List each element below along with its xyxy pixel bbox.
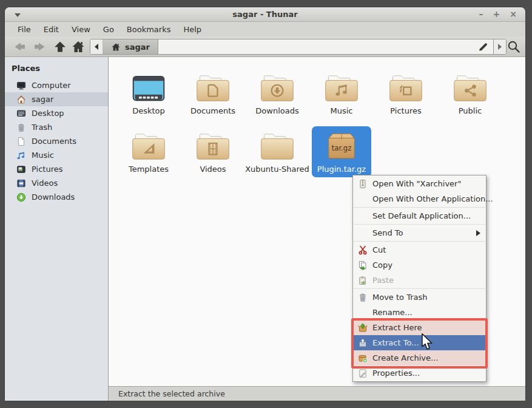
edit-path-button[interactable]: [473, 39, 493, 54]
menubar: File Edit View Go Bookmarks Help: [5, 22, 525, 36]
path-scroll-right-button[interactable]: [493, 39, 506, 54]
titlebar[interactable]: sagar - Thunar – + ×: [5, 7, 525, 22]
context-menu: Open With "Xarchiver" Open With Other Ap…: [352, 175, 487, 382]
path-empty-area[interactable]: [158, 39, 473, 54]
menu-item-paste[interactable]: Paste: [353, 273, 486, 288]
extract-to-icon: [357, 338, 368, 348]
sidebar-item-documents[interactable]: Documents: [5, 134, 108, 148]
archive-app-icon: [357, 179, 368, 189]
places-header: Places: [5, 63, 108, 78]
menu-item-set-default-application[interactable]: Set Default Application...: [353, 208, 486, 223]
sidebar-item-label: Pictures: [32, 165, 62, 174]
menu-item-move-to-trash[interactable]: Move to Trash: [353, 290, 486, 305]
statusbar: Extract the selected archive: [109, 386, 525, 401]
plain-folder-icon: [258, 129, 296, 161]
menu-separator: [354, 241, 485, 242]
copy-icon: [357, 260, 368, 270]
back-button[interactable]: [12, 39, 28, 54]
documents-folder-icon: [194, 71, 232, 103]
menu-view[interactable]: View: [72, 25, 90, 34]
desktop-icon: [16, 108, 26, 118]
sidebar-item-pictures[interactable]: Pictures: [5, 162, 108, 176]
up-button[interactable]: [52, 39, 68, 54]
file-item-desktop[interactable]: Desktop: [116, 68, 181, 119]
file-item-public[interactable]: Public: [438, 68, 502, 119]
menu-separator: [354, 224, 485, 225]
menu-item-rename[interactable]: Rename...: [353, 305, 486, 320]
menu-item-create-archive[interactable]: Create Archive...: [353, 350, 486, 365]
sidebar-item-label: Computer: [32, 81, 71, 90]
pictures-icon: [16, 164, 26, 174]
forward-button[interactable]: [32, 39, 47, 54]
music-folder-icon: [323, 71, 360, 103]
chevron-right-icon: [497, 43, 503, 50]
search-button[interactable]: [506, 39, 522, 54]
sidebar-item-computer[interactable]: Computer: [5, 78, 108, 92]
sidebar-item-label: Documents: [32, 137, 76, 146]
mouse-cursor: [420, 333, 434, 350]
sidebar-item-videos[interactable]: Videos: [5, 176, 108, 190]
menu-item-cut[interactable]: Cut: [353, 242, 486, 257]
path-button-sagar[interactable]: sagar: [103, 39, 158, 54]
search-icon: [507, 39, 521, 54]
file-item-videos[interactable]: Videos: [181, 126, 245, 177]
file-label: Pictures: [390, 106, 421, 115]
menu-item-send-to[interactable]: Send To: [353, 225, 486, 240]
sidebar-item-label: Desktop: [32, 109, 64, 118]
menu-item-properties[interactable]: Properties...: [353, 365, 486, 381]
properties-icon: [357, 369, 368, 378]
minimize-button[interactable]: –: [479, 9, 483, 19]
sidebar-item-desktop[interactable]: Desktop: [5, 106, 108, 120]
file-label: Desktop: [132, 106, 165, 115]
home-button[interactable]: [70, 39, 86, 54]
file-item-documents[interactable]: Documents: [181, 68, 245, 119]
menu-item-open-with-other[interactable]: Open With Other Application...: [353, 191, 486, 206]
archive-badge-text: tar.gz: [332, 144, 351, 152]
sidebar-item-sagar[interactable]: sagar: [5, 92, 108, 106]
up-arrow-icon: [53, 40, 67, 53]
sidebar-item-downloads[interactable]: Downloads: [5, 190, 108, 204]
sidebar-item-label: Videos: [32, 178, 58, 188]
file-label: Templates: [129, 165, 169, 174]
menu-separator: [354, 288, 485, 289]
menu-edit[interactable]: Edit: [44, 25, 59, 34]
sidebar-item-label: Music: [32, 151, 54, 160]
templates-folder-icon: [130, 129, 167, 161]
path-scroll-left-button[interactable]: [90, 39, 103, 54]
paste-icon: [357, 276, 368, 285]
file-label: Plugin.tar.gz: [317, 165, 366, 174]
menu-file[interactable]: File: [18, 25, 31, 34]
file-item-pictures[interactable]: Pictures: [374, 68, 438, 119]
sidebar-item-music[interactable]: Music: [5, 148, 108, 162]
pencil-icon: [477, 41, 488, 52]
chevron-left-icon: [93, 43, 99, 50]
extract-here-icon: [357, 323, 368, 333]
file-label: Xubuntu-Shared: [245, 165, 309, 174]
videos-folder-icon: [194, 129, 232, 161]
close-button[interactable]: ×: [510, 9, 517, 19]
pictures-folder-icon: [387, 71, 425, 103]
menu-item-copy[interactable]: Copy: [353, 257, 486, 273]
archive-box-icon: tar.gz: [323, 129, 360, 161]
create-archive-icon: [357, 353, 368, 363]
trash-icon: [16, 122, 26, 132]
home-icon: [111, 42, 121, 52]
maximize-button[interactable]: +: [493, 9, 500, 19]
file-item-downloads[interactable]: Downloads: [245, 68, 309, 119]
menu-separator: [354, 207, 485, 208]
file-item-xubuntu-shared[interactable]: Xubuntu-Shared: [245, 126, 309, 177]
file-label: Documents: [190, 106, 235, 115]
cut-icon: [357, 245, 368, 255]
downloads-folder-icon: [258, 71, 296, 103]
document-icon: [16, 136, 26, 146]
selected-file-highlight: tar.gz Plugin.tar.gz: [312, 126, 371, 177]
menu-help[interactable]: Help: [183, 25, 201, 34]
file-item-plugin-tar-gz[interactable]: tar.gz Plugin.tar.gz: [309, 126, 374, 177]
menu-bookmarks[interactable]: Bookmarks: [127, 25, 171, 34]
menu-go[interactable]: Go: [103, 25, 114, 34]
file-item-music[interactable]: Music: [309, 68, 374, 119]
file-item-templates[interactable]: Templates: [116, 126, 181, 177]
trash-icon: [357, 293, 368, 302]
sidebar-item-trash[interactable]: Trash: [5, 120, 108, 134]
menu-item-open-with-xarchiver[interactable]: Open With "Xarchiver": [353, 176, 486, 191]
